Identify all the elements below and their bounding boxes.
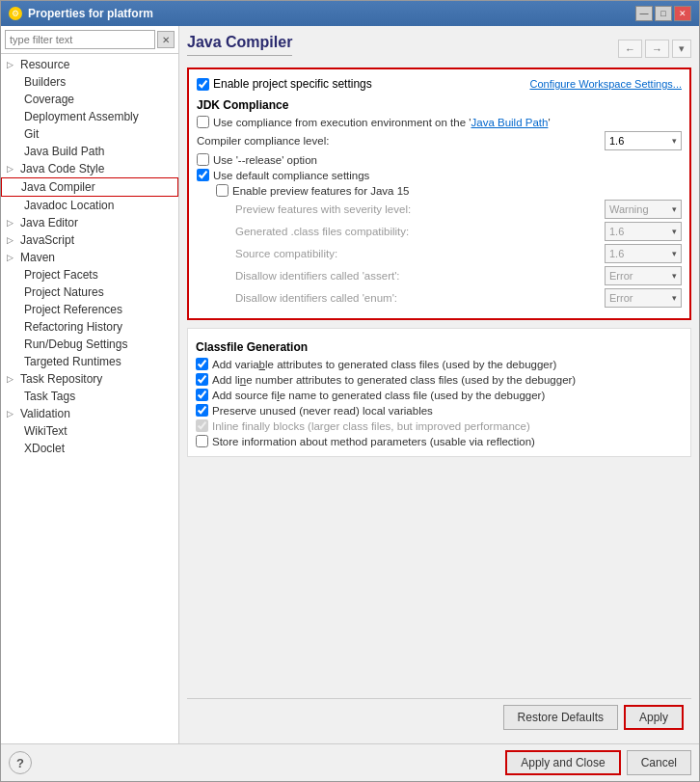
severity-value: Warning <box>609 203 649 215</box>
indented-options: Enable preview features for Java 15 Prev… <box>216 184 682 308</box>
sidebar-item-java-compiler[interactable]: Java Compiler <box>1 177 178 197</box>
sidebar-item-task-tags[interactable]: Task Tags <box>1 388 178 405</box>
apply-and-close-button[interactable]: Apply and Close <box>505 750 620 775</box>
use-compliance-checkbox[interactable] <box>197 116 209 128</box>
sidebar-item-wikitext[interactable]: WikiText <box>1 422 178 440</box>
close-button[interactable]: ✕ <box>674 6 691 21</box>
sidebar-item-label: Task Repository <box>20 372 102 386</box>
minimize-button[interactable]: — <box>635 6 653 21</box>
classfile-option-label-5[interactable]: Store information about method parameter… <box>196 435 683 447</box>
sidebar-item-builders[interactable]: Builders <box>1 73 178 91</box>
sidebar-item-label: JavaScript <box>20 233 74 247</box>
use-release-checkbox[interactable] <box>197 153 209 166</box>
compliance-level-dropdown[interactable]: 1.6 ▾ <box>605 131 682 150</box>
restore-defaults-button[interactable]: Restore Defaults <box>503 705 618 730</box>
sidebar-item-project-facets[interactable]: Project Facets <box>1 266 178 283</box>
sidebar-item-label: Project Natures <box>24 285 104 299</box>
sidebar-item-run-debug-settings[interactable]: Run/Debug Settings <box>1 336 178 353</box>
use-default-label[interactable]: Use default compliance settings <box>197 169 682 181</box>
sidebar-item-java-editor[interactable]: ▷ Java Editor <box>1 214 178 231</box>
classfile-option-checkbox-1[interactable] <box>196 373 208 386</box>
enable-project-settings-label[interactable]: Enable project specific settings <box>197 77 372 91</box>
use-default-text: Use default compliance settings <box>213 170 369 181</box>
maximize-button[interactable]: □ <box>655 6 672 21</box>
classfile-option-label-2[interactable]: Add source file name to generated class … <box>196 389 683 401</box>
nav-tree: ▷ Resource Builders Coverage Deployment … <box>1 54 178 743</box>
classfile-section: Classfile Generation Add variable attrib… <box>187 328 691 457</box>
classfile-option-1: Add line number attributes to generated … <box>196 373 683 386</box>
generated-dropdown[interactable]: 1.6 ▾ <box>605 222 682 241</box>
nav-dropdown-button[interactable]: ▾ <box>672 40 691 58</box>
source-label: Source compatibility: <box>235 248 601 259</box>
configure-workspace-link[interactable]: Configure Workspace Settings... <box>529 78 682 90</box>
dropdown-arrow-icon: ▾ <box>672 271 677 281</box>
sidebar-item-refactoring-history[interactable]: Refactoring History <box>1 318 178 336</box>
sidebar-item-resource[interactable]: ▷ Resource <box>1 56 178 73</box>
search-clear-button[interactable]: ✕ <box>157 31 175 48</box>
sidebar-item-label: Resource <box>20 58 69 71</box>
classfile-option-label-0[interactable]: Add variable attributes to generated cla… <box>196 358 683 370</box>
use-release-row: Use '--release' option <box>197 153 682 166</box>
severity-dropdown[interactable]: Warning ▾ <box>605 200 682 219</box>
sidebar-item-java-build-path[interactable]: Java Build Path <box>1 143 178 160</box>
sidebar-item-javadoc-location[interactable]: Javadoc Location <box>1 197 178 214</box>
use-compliance-label[interactable]: Use compliance from execution environmen… <box>197 116 682 128</box>
enable-preview-row: Enable preview features for Java 15 <box>216 184 682 197</box>
classfile-option-checkbox-2[interactable] <box>196 389 208 401</box>
classfile-option-checkbox-3[interactable] <box>196 404 208 417</box>
expand-arrow: ▷ <box>7 374 16 384</box>
footer-bar: ? Apply and Close Cancel <box>1 743 699 781</box>
sidebar-item-deployment-assembly[interactable]: Deployment Assembly <box>1 108 178 125</box>
sidebar-item-maven[interactable]: ▷ Maven <box>1 249 178 266</box>
enable-preview-checkbox[interactable] <box>216 184 229 197</box>
jdk-settings-box: Enable project specific settings Configu… <box>187 67 691 320</box>
sidebar-item-java-code-style[interactable]: ▷ Java Code Style <box>1 160 178 177</box>
use-default-checkbox[interactable] <box>197 169 209 181</box>
sidebar-item-project-natures[interactable]: Project Natures <box>1 283 178 301</box>
use-compliance-text: Use compliance from execution environmen… <box>213 117 551 128</box>
classfile-option-2: Add source file name to generated class … <box>196 389 683 401</box>
classfile-option-checkbox-5[interactable] <box>196 435 208 447</box>
nav-forward-button[interactable]: → <box>645 40 669 58</box>
classfile-option-label-4[interactable]: Inline finally blocks (larger class file… <box>196 419 683 432</box>
sidebar-item-task-repository[interactable]: ▷ Task Repository <box>1 370 178 388</box>
expand-arrow: ▷ <box>7 60 16 69</box>
severity-label: Preview features with severity level: <box>235 203 601 215</box>
expand-arrow: ▷ <box>7 218 16 228</box>
cancel-button[interactable]: Cancel <box>627 750 691 775</box>
scrollable-content: Enable project specific settings Configu… <box>187 67 691 698</box>
compliance-level-label: Compiler compliance level: <box>197 135 601 147</box>
classfile-option-label-1[interactable]: Add line number attributes to generated … <box>196 373 683 386</box>
title-bar: ⚙ Properties for platform — □ ✕ <box>1 1 699 26</box>
sidebar-item-label: Project References <box>24 303 122 316</box>
title-bar-left: ⚙ Properties for platform <box>9 7 153 20</box>
classfile-option-text-1: Add line number attributes to generated … <box>212 374 576 386</box>
sidebar-item-xdoclet[interactable]: XDoclet <box>1 440 178 457</box>
sidebar-item-git[interactable]: Git <box>1 125 178 143</box>
expand-arrow: ▷ <box>7 409 16 418</box>
help-button[interactable]: ? <box>9 751 32 774</box>
sidebar-item-label: Git <box>24 127 39 141</box>
apply-button[interactable]: Apply <box>624 705 684 730</box>
classfile-option-0: Add variable attributes to generated cla… <box>196 358 683 370</box>
assert-dropdown[interactable]: Error ▾ <box>605 266 682 285</box>
classfile-option-checkbox-0[interactable] <box>196 358 208 370</box>
generated-row: Generated .class files compatibility: 1.… <box>235 222 682 241</box>
assert-value: Error <box>609 270 633 282</box>
java-build-path-link[interactable]: Java Build Path <box>471 117 548 128</box>
enable-project-settings-checkbox[interactable] <box>197 78 209 91</box>
sidebar-item-javascript[interactable]: ▷ JavaScript <box>1 231 178 249</box>
sidebar-item-targeted-runtimes[interactable]: Targeted Runtimes <box>1 353 178 370</box>
source-dropdown[interactable]: 1.6 ▾ <box>605 244 682 263</box>
classfile-option-label-3[interactable]: Preserve unused (never read) local varia… <box>196 404 683 417</box>
enable-preview-label[interactable]: Enable preview features for Java 15 <box>216 184 682 197</box>
search-input[interactable] <box>5 30 155 49</box>
use-release-label[interactable]: Use '--release' option <box>197 153 682 166</box>
enum-dropdown[interactable]: Error ▾ <box>605 288 682 308</box>
sidebar-item-project-references[interactable]: Project References <box>1 301 178 318</box>
sidebar-item-label: Run/Debug Settings <box>24 337 127 351</box>
jdk-compliance-title: JDK Compliance <box>197 98 682 112</box>
nav-back-button[interactable]: ← <box>618 40 642 58</box>
sidebar-item-validation[interactable]: ▷ Validation <box>1 405 178 422</box>
sidebar-item-coverage[interactable]: Coverage <box>1 91 178 108</box>
